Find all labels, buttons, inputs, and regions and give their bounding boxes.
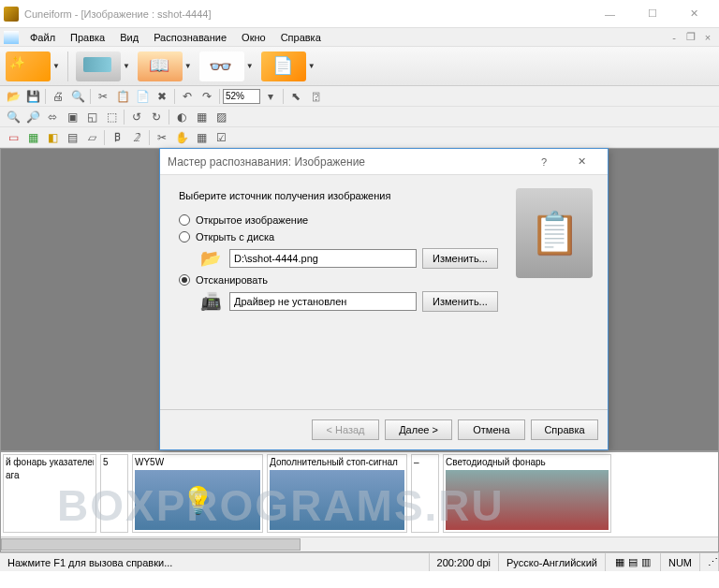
invert-icon[interactable]: ◐	[172, 109, 191, 125]
save-button[interactable]: ▼	[259, 50, 317, 83]
block-table-icon[interactable]: ▦	[23, 129, 42, 146]
thumb-image	[446, 470, 609, 530]
menu-help[interactable]: Справка	[273, 30, 329, 45]
hand-icon[interactable]: ✋	[172, 129, 191, 146]
maximize-button[interactable]: ☐	[631, 1, 673, 27]
thumb-label: WY5W	[135, 457, 260, 470]
cancel-button[interactable]: Отмена	[458, 419, 525, 440]
fit-page-icon[interactable]: ▣	[63, 109, 81, 125]
block-del-icon[interactable]: ▱	[82, 129, 101, 146]
font-i-icon[interactable]: 𝟚	[127, 129, 146, 146]
status-grip: ⋰	[700, 553, 719, 571]
blocks-toolbar: ▭ ▦ ◧ ▤ ▱ Ꞵ 𝟚 ✂ ✋ ▦ ☑	[0, 127, 719, 148]
mdi-minimize[interactable]: -	[667, 31, 682, 44]
clipboard-image-icon: 📋	[516, 188, 593, 278]
radio-opened-image[interactable]	[179, 214, 190, 226]
thumb-label: Светодиодный фонарь	[446, 457, 609, 470]
thumb-image: 💡	[135, 470, 260, 530]
rotate-l-icon[interactable]: ↺	[127, 109, 146, 125]
zoom-input[interactable]	[223, 89, 260, 104]
mdi-restore[interactable]: ❐	[683, 31, 698, 44]
back-button[interactable]: < Назад	[312, 419, 379, 440]
thumb-5[interactable]: –	[411, 454, 439, 533]
block-barcode-icon[interactable]: ▤	[63, 129, 81, 146]
menu-recognize[interactable]: Распознавание	[146, 30, 234, 45]
thumb-2[interactable]: 5	[100, 454, 128, 533]
thumb-1[interactable]: й фонарь указателей ага	[3, 454, 96, 533]
blocks-toggle-icon[interactable]: ☑	[212, 129, 230, 146]
layout-icon-2[interactable]: ▤	[628, 556, 638, 568]
status-icons: ▦ ▤ ▥	[606, 553, 661, 571]
scan-button[interactable]: ▼	[74, 50, 132, 83]
layout-icon-1[interactable]: ▦	[615, 556, 624, 568]
dialog-help-button[interactable]: ?	[525, 156, 563, 168]
thumb-label: й фонарь указателей	[6, 457, 94, 470]
layout-icon-3[interactable]: ▥	[641, 556, 651, 568]
thumb-label: ага	[6, 470, 94, 483]
statusbar: Нажмите F1 для вызова справки... 200:200…	[0, 552, 719, 571]
menu-window[interactable]: Окно	[234, 30, 273, 45]
paste-icon[interactable]: 📄	[133, 88, 152, 105]
menu-file[interactable]: Файл	[22, 30, 63, 45]
pointer-icon[interactable]: ⬉	[286, 88, 305, 105]
save-icon[interactable]: 💾	[23, 88, 42, 105]
preview-icon[interactable]: 🔍	[68, 88, 87, 105]
thumb-4[interactable]: Дополнительный стоп-сигнал	[267, 454, 407, 533]
thumb-3[interactable]: WY5W 💡	[132, 454, 263, 533]
print-icon[interactable]: 🖨	[49, 88, 67, 105]
zoom-out-icon[interactable]: 🔎	[23, 109, 42, 125]
thumb-label: Дополнительный стоп-сигнал	[270, 457, 404, 470]
font-b-icon[interactable]: Ꞵ	[108, 129, 126, 146]
despeckle-icon[interactable]: ▦	[192, 109, 211, 125]
close-button[interactable]: ✕	[673, 1, 715, 27]
change-disk-button[interactable]: Изменить...	[422, 248, 498, 269]
copy-icon[interactable]: 📋	[113, 88, 132, 105]
layout-button[interactable]: ▼	[136, 50, 194, 83]
cut-icon[interactable]: ✂	[94, 88, 112, 105]
thumb-label: –	[414, 457, 436, 470]
dialog-title: Мастер распознавания: Изображение	[168, 155, 525, 169]
status-hint: Нажмите F1 для вызова справки...	[0, 553, 430, 571]
deskew-icon[interactable]: ▨	[212, 109, 230, 125]
grid-icon[interactable]: ▦	[192, 129, 211, 146]
undo-icon[interactable]: ↶	[178, 88, 197, 105]
radio-open-disk[interactable]	[179, 231, 190, 243]
wizard-button[interactable]: ▼	[4, 50, 62, 83]
zoom-in-icon[interactable]: 🔍	[4, 109, 22, 125]
recognize-button[interactable]: ▼	[198, 50, 256, 83]
scan-status-field[interactable]	[229, 292, 417, 311]
thumb-6[interactable]: Светодиодный фонарь	[443, 454, 611, 533]
disk-path-field[interactable]	[229, 249, 417, 268]
menu-view[interactable]: Вид	[112, 30, 146, 45]
actual-icon[interactable]: ◱	[82, 109, 101, 125]
help-button[interactable]: Справка	[531, 419, 598, 440]
delete-icon[interactable]: ✖	[153, 88, 171, 105]
help-icon[interactable]: ⍰	[306, 88, 325, 105]
status-num: NUM	[661, 553, 700, 571]
thumbs: й фонарь указателей ага 5 WY5W 💡 Дополни…	[1, 452, 613, 535]
menu-edit[interactable]: Правка	[63, 30, 112, 45]
scanner-icon: 📠	[198, 291, 224, 312]
block-text-icon[interactable]: ▭	[4, 129, 22, 146]
radio-disk-label: Открыть с диска	[196, 231, 274, 243]
redo-icon[interactable]: ↷	[198, 88, 216, 105]
next-button[interactable]: Далее >	[385, 419, 452, 440]
change-scan-button[interactable]: Изменить...	[422, 291, 498, 312]
mdi-close[interactable]: ×	[700, 31, 715, 44]
block-image-icon[interactable]: ◧	[43, 129, 62, 146]
wizard-dialog: Мастер распознавания: Изображение ? ✕ 📋 …	[159, 148, 609, 450]
fit-width-icon[interactable]: ⬄	[43, 109, 62, 125]
standard-toolbar: 📂 💾 🖨 🔍 ✂ 📋 📄 ✖ ↶ ↷ ▾ ⬉ ⍰	[0, 86, 719, 107]
zoom-region-icon[interactable]: ⬚	[102, 109, 121, 125]
radio-opened-label: Открытое изображение	[196, 214, 308, 226]
cut-v-icon[interactable]: ✂	[153, 129, 171, 146]
menubar: Файл Правка Вид Распознавание Окно Справ…	[0, 28, 719, 47]
horizontal-scrollbar[interactable]	[1, 537, 718, 551]
radio-scan[interactable]	[179, 274, 190, 286]
thumb-image	[270, 470, 404, 530]
rotate-r-icon[interactable]: ↻	[147, 109, 166, 125]
zoom-dd-icon[interactable]: ▾	[261, 88, 280, 105]
open-icon[interactable]: 📂	[4, 88, 22, 105]
dialog-close-button[interactable]: ✕	[563, 155, 600, 168]
minimize-button[interactable]: —	[589, 1, 631, 27]
